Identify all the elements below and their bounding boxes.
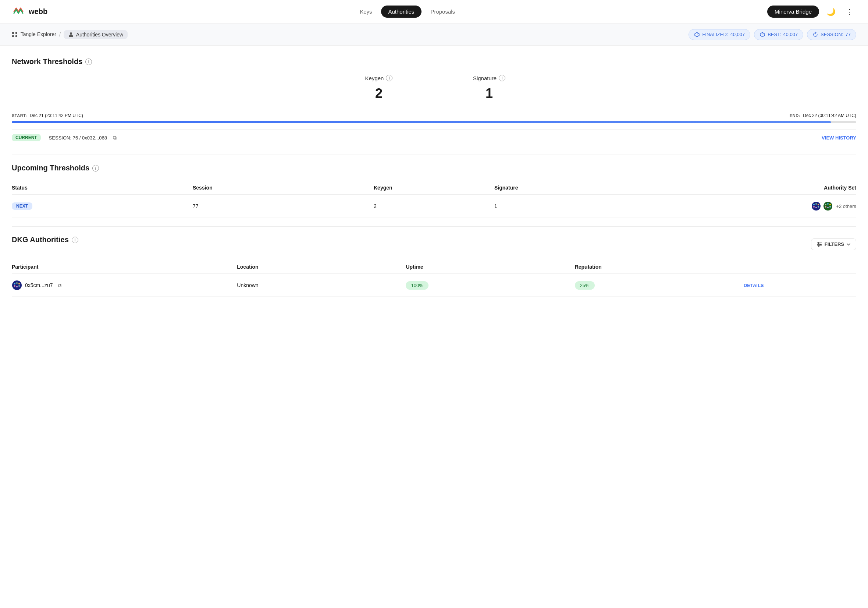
- details-link[interactable]: DETAILS: [744, 283, 856, 288]
- svg-point-26: [818, 242, 819, 243]
- keygen-label: Keygen i: [324, 75, 434, 81]
- best-label: BEST:: [767, 32, 781, 37]
- cube-icon: [694, 32, 700, 37]
- svg-point-35: [19, 285, 20, 287]
- participant-copy-icon[interactable]: ⧉: [58, 282, 61, 289]
- participant-address: 0x5cm...zu7: [25, 282, 53, 288]
- network-button[interactable]: Minerva Bridge: [767, 6, 819, 18]
- filters-button[interactable]: FILTERS: [811, 238, 856, 250]
- thresholds-grid: Keygen i 2 Signature i 1: [12, 75, 856, 101]
- participant-uptime: 100%: [406, 282, 575, 288]
- session-label: SESSION:: [820, 32, 843, 37]
- participant-location: Unknown: [237, 282, 406, 288]
- participant-cell: 0x5cm...zu7 ⧉: [12, 280, 237, 291]
- svg-point-19: [829, 204, 831, 205]
- uptime-badge: 100%: [406, 281, 428, 290]
- upcoming-table-header: Status Session Keygen Signature Authorit…: [12, 181, 856, 195]
- svg-point-21: [827, 207, 829, 208]
- dkg-authorities-section: DKG Authorities i FILTERS Partici: [12, 236, 856, 297]
- svg-rect-1: [16, 32, 17, 34]
- svg-point-33: [14, 285, 16, 287]
- keygen-threshold: Keygen i 2: [324, 75, 434, 101]
- authority-avatars: +2 others: [615, 201, 856, 211]
- upcoming-thresholds-info-icon[interactable]: i: [92, 165, 99, 171]
- finalized-badge: FINALIZED: 40,007: [688, 29, 750, 40]
- svg-point-16: [823, 201, 833, 211]
- svg-point-9: [811, 201, 821, 211]
- others-label: +2 others: [836, 204, 856, 209]
- session-info-row: CURRENT SESSION: 76 / 0x032...068 ⧉ VIEW…: [12, 129, 856, 146]
- col-keygen: Keygen: [374, 185, 494, 191]
- logo: webb: [12, 5, 48, 19]
- dkg-col-reputation: Reputation: [575, 264, 744, 270]
- table-row: NEXT 77 2 1: [12, 195, 856, 218]
- svg-point-32: [19, 283, 20, 285]
- dkg-info-icon[interactable]: i: [72, 236, 78, 243]
- copy-icon[interactable]: ⧉: [113, 135, 116, 141]
- signature-threshold: Signature i 1: [434, 75, 544, 101]
- row-signature: 1: [494, 203, 615, 209]
- breadcrumb-current: Authorities Overview: [64, 30, 128, 39]
- upcoming-thresholds-section: Upcoming Thresholds i Status Session Key…: [12, 164, 856, 218]
- session-left: CURRENT SESSION: 76 / 0x032...068 ⧉: [12, 134, 116, 142]
- network-thresholds-section: Network Thresholds i Keygen i 2 Signatur…: [12, 58, 856, 146]
- best-value: 40,007: [783, 32, 798, 37]
- reputation-badge: 25%: [575, 281, 595, 290]
- col-authority-set: Authority Set: [615, 185, 856, 191]
- svg-point-22: [829, 206, 831, 208]
- svg-point-28: [818, 245, 819, 246]
- signature-value: 1: [434, 86, 544, 101]
- svg-point-10: [813, 204, 815, 205]
- section-divider-2: [12, 226, 856, 227]
- dkg-table-row: 0x5cm...zu7 ⧉ Unknown 100% 25% DETAILS: [12, 274, 856, 297]
- row-session: 77: [193, 203, 374, 209]
- svg-point-14: [815, 207, 817, 208]
- svg-rect-2: [12, 35, 14, 37]
- signature-info-icon[interactable]: i: [499, 75, 505, 81]
- session-badge: SESSION: 77: [807, 29, 856, 40]
- svg-point-12: [818, 204, 819, 205]
- progress-bar-fill: [12, 121, 831, 123]
- dkg-col-actions: [744, 264, 856, 270]
- cube-icon-2: [760, 32, 766, 37]
- nav-item-proposals[interactable]: Proposals: [423, 6, 462, 18]
- authority-avatar-2: [823, 201, 833, 211]
- chevron-down-icon: [846, 242, 851, 247]
- dkg-col-participant: Participant: [12, 264, 237, 270]
- view-history-link[interactable]: VIEW HISTORY: [822, 135, 856, 141]
- breadcrumb-bar: Tangle Explorer / Authorities Overview F…: [0, 23, 868, 46]
- breadcrumb-badges: FINALIZED: 40,007 BEST: 40,007 SESSION: …: [688, 29, 856, 40]
- app-header: webb Keys Authorities Proposals Minerva …: [0, 0, 868, 23]
- more-menu-button[interactable]: ⋮: [843, 6, 856, 18]
- upcoming-thresholds-title: Upcoming Thresholds i: [12, 164, 856, 172]
- dkg-col-uptime: Uptime: [406, 264, 575, 270]
- col-status: Status: [12, 185, 193, 191]
- best-badge: BEST: 40,007: [754, 29, 803, 40]
- participant-reputation: 25%: [575, 282, 744, 288]
- theme-toggle-button[interactable]: 🌙: [823, 6, 839, 18]
- current-badge: CURRENT: [12, 134, 41, 142]
- svg-point-17: [825, 204, 826, 205]
- filters-label: FILTERS: [825, 241, 844, 247]
- nav-item-keys[interactable]: Keys: [352, 6, 379, 18]
- logo-text: webb: [29, 7, 48, 16]
- svg-point-18: [827, 203, 829, 205]
- keygen-info-icon[interactable]: i: [386, 75, 392, 81]
- svg-point-30: [14, 283, 16, 285]
- dkg-table-header: Participant Location Uptime Reputation: [12, 260, 856, 274]
- nav-item-authorities[interactable]: Authorities: [381, 6, 422, 18]
- network-thresholds-info-icon[interactable]: i: [85, 59, 92, 65]
- col-signature: Signature: [494, 185, 615, 191]
- session-section: START: Dec 21 (23:11:42 PM UTC) END: Dec…: [12, 113, 856, 146]
- refresh-icon: [812, 32, 818, 37]
- webb-logo-icon: [12, 5, 25, 19]
- network-thresholds-title: Network Thresholds i: [12, 58, 856, 66]
- grid-icon: [12, 32, 18, 37]
- breadcrumb-tangle[interactable]: Tangle Explorer: [12, 31, 56, 37]
- finalized-value: 40,007: [730, 32, 745, 37]
- main-content: Network Thresholds i Keygen i 2 Signatur…: [0, 46, 868, 308]
- signature-label: Signature i: [434, 75, 544, 81]
- svg-point-20: [825, 206, 826, 208]
- svg-point-15: [818, 206, 819, 208]
- col-session: Session: [193, 185, 374, 191]
